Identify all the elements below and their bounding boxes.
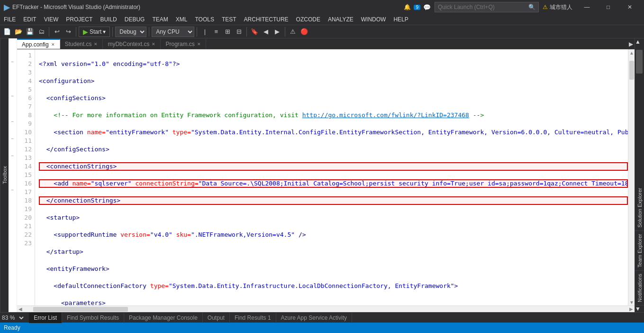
solution-explorer-tab[interactable]: Solution Explorer bbox=[635, 185, 644, 231]
scroll-up-arrow[interactable]: ▲ bbox=[628, 49, 635, 56]
bottom-tab-findresults[interactable]: Find Results 1 bbox=[230, 313, 276, 323]
minimize-btn[interactable]: — bbox=[576, 0, 598, 14]
toolbar-extra8[interactable]: ⚠ bbox=[288, 27, 298, 37]
tab-mydbcontext[interactable]: myDbContext.cs ✕ bbox=[103, 39, 161, 49]
code-line-4: <!-- For more information on Entity Fram… bbox=[39, 111, 628, 120]
toolbar-extra4[interactable]: ⊟ bbox=[234, 27, 244, 37]
menu-team[interactable]: TEAM bbox=[148, 14, 172, 25]
menu-project[interactable]: PROJECT bbox=[62, 14, 96, 25]
v-scrollbar-track[interactable] bbox=[628, 56, 635, 299]
menu-debug[interactable]: DEBUG bbox=[121, 14, 149, 25]
quick-launch-input[interactable] bbox=[438, 4, 528, 10]
chat-icon[interactable]: 💬 bbox=[423, 4, 431, 11]
code-content[interactable]: <?xml version="1.0" encoding="utf-8"?> <… bbox=[35, 49, 628, 305]
bottom-tab-findsymbol[interactable]: Find Symbol Results bbox=[62, 313, 124, 323]
toolbox-tab[interactable]: Toolbox bbox=[0, 38, 9, 312]
new-project-btn[interactable]: 📄 bbox=[2, 27, 12, 37]
notification-icon[interactable]: 🔔 bbox=[404, 4, 411, 10]
notifications-tab[interactable]: Notifications bbox=[635, 271, 644, 305]
right-scroll-thumb[interactable] bbox=[636, 50, 643, 74]
run-button[interactable]: ▶ Start ▾ bbox=[79, 27, 110, 37]
sep2 bbox=[76, 27, 76, 37]
bottom-tab-azure-label: Azure App Service Activity bbox=[281, 314, 347, 321]
code-line-13: <entityFramework> bbox=[39, 265, 628, 273]
fold-configsections[interactable]: − bbox=[9, 57, 17, 66]
fold-entityframework[interactable]: − bbox=[9, 134, 17, 143]
tab-appconfig[interactable]: App.config ✕ bbox=[17, 39, 60, 49]
menu-analyze[interactable]: ANALYZE bbox=[324, 14, 357, 25]
menu-tools[interactable]: TOOLS bbox=[191, 14, 218, 25]
menu-view[interactable]: VIEW bbox=[40, 14, 63, 25]
build-config-select[interactable]: Debug bbox=[115, 27, 146, 37]
sep5 bbox=[197, 27, 197, 37]
save-btn[interactable]: 💾 bbox=[25, 27, 35, 37]
h-scrollbar-thumb[interactable] bbox=[33, 307, 128, 312]
menu-architecture[interactable]: ARCHITECTURE bbox=[240, 14, 292, 25]
bottom-tab-errorlist[interactable]: Error List bbox=[29, 313, 62, 323]
sep1 bbox=[49, 27, 49, 37]
team-explorer-tab[interactable]: Team Explorer bbox=[635, 231, 644, 271]
tab-program[interactable]: Program.cs ✕ bbox=[161, 39, 206, 49]
save-all-btn[interactable]: 🗂 bbox=[36, 27, 46, 37]
menu-build[interactable]: BUILD bbox=[96, 14, 120, 25]
menu-xml[interactable]: XML bbox=[172, 14, 191, 25]
fold-startup[interactable]: − bbox=[9, 117, 17, 126]
toolbar-extra3[interactable]: ⊞ bbox=[222, 27, 233, 37]
tab-mydbcontext-label: myDbContext.cs bbox=[108, 41, 149, 47]
menu-ozcode[interactable]: OZCODE bbox=[292, 14, 324, 25]
code-editor[interactable]: 12345 678910 1112131415 1617181920 21222… bbox=[17, 49, 635, 305]
menu-test[interactable]: TEST bbox=[218, 14, 240, 25]
tab-mydbcontext-close[interactable]: ✕ bbox=[152, 42, 155, 46]
zoom-select[interactable]: ▾ bbox=[16, 314, 25, 322]
toolbar-extra5[interactable]: 🔖 bbox=[249, 27, 260, 37]
toolbar-extra6[interactable]: ◀ bbox=[261, 27, 271, 37]
close-btn[interactable]: ✕ bbox=[619, 0, 640, 14]
tab-scroll-right[interactable]: ▶ bbox=[627, 39, 635, 49]
bottom-tab-azure[interactable]: Azure App Service Activity bbox=[276, 313, 352, 323]
undo-btn[interactable]: ↩ bbox=[52, 27, 62, 37]
scroll-down-arrow[interactable]: ▼ bbox=[628, 299, 635, 305]
user-label[interactable]: 城市猎人 bbox=[550, 3, 572, 11]
code-line-12: </startup> bbox=[39, 248, 628, 256]
code-line-9: </connectionStrings> bbox=[39, 196, 628, 205]
tab-appconfig-pin[interactable]: ✕ bbox=[51, 42, 55, 47]
quick-launch-box[interactable]: 🔍 bbox=[435, 2, 539, 12]
scroll-right-arrow[interactable]: ▶ bbox=[628, 306, 635, 313]
menu-edit[interactable]: EDIT bbox=[19, 14, 40, 25]
v-scrollbar[interactable]: ▲ ▼ bbox=[628, 49, 635, 305]
right-panel-content bbox=[635, 45, 644, 185]
fold-providers[interactable]: − bbox=[9, 185, 17, 194]
code-line-2: <configuration> bbox=[39, 77, 628, 85]
code-line-3: <configSections> bbox=[39, 94, 628, 102]
h-scrollbar[interactable]: ◀ ▶ bbox=[17, 305, 635, 312]
menu-help[interactable]: HELP bbox=[390, 14, 412, 25]
fold-margin: − − − − − − bbox=[9, 38, 17, 312]
v-scrollbar-thumb[interactable] bbox=[629, 61, 634, 80]
right-panel-bottom-arrow[interactable]: ▼ bbox=[635, 305, 644, 312]
run-dropdown-icon[interactable]: ▾ bbox=[103, 28, 106, 35]
toolbar-extra9[interactable]: 🔴 bbox=[299, 27, 309, 37]
bottom-tab-output[interactable]: Output bbox=[203, 313, 230, 323]
h-scrollbar-track[interactable] bbox=[24, 306, 628, 312]
zoom-area[interactable]: 83 % ▾ bbox=[2, 314, 25, 322]
sep3 bbox=[112, 27, 113, 37]
menu-file[interactable]: FILE bbox=[0, 14, 19, 25]
bottom-tab-packagemanager[interactable]: Package Manager Console bbox=[124, 313, 203, 323]
toolbar-extra2[interactable]: ≡ bbox=[211, 27, 221, 37]
run-label: Start bbox=[90, 28, 101, 35]
toolbar-extra1[interactable]: | bbox=[200, 27, 210, 37]
fold-connectionstrings[interactable]: − bbox=[9, 92, 17, 100]
tab-student[interactable]: Student.cs ✕ bbox=[60, 39, 103, 49]
toolbar-extra7[interactable]: ▶ bbox=[272, 27, 282, 37]
sep7 bbox=[285, 27, 285, 37]
platform-select[interactable]: Any CPU bbox=[152, 27, 194, 37]
redo-btn[interactable]: ↪ bbox=[63, 27, 73, 37]
menu-window[interactable]: WINDOW bbox=[357, 14, 390, 25]
scroll-left-arrow[interactable]: ◀ bbox=[17, 306, 24, 313]
maximize-btn[interactable]: □ bbox=[598, 0, 619, 14]
tab-program-close[interactable]: ✕ bbox=[197, 42, 201, 46]
tab-student-close[interactable]: ✕ bbox=[94, 42, 98, 46]
right-panel-top-arrow[interactable]: ▲ bbox=[635, 38, 644, 45]
open-btn[interactable]: 📂 bbox=[13, 27, 24, 37]
fold-defaultconnection[interactable]: − bbox=[9, 151, 17, 160]
